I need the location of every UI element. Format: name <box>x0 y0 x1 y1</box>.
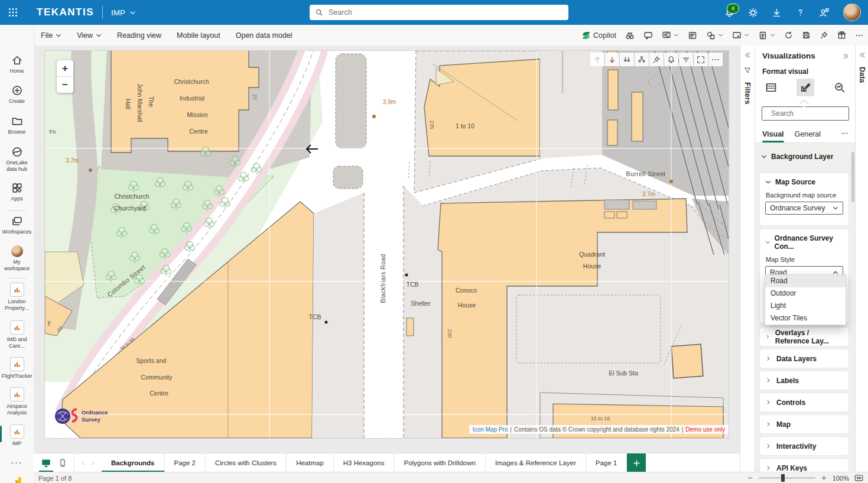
background-map-source-select[interactable]: Ordnance Survey <box>765 202 843 215</box>
ordnance-survey-config-section[interactable]: Ordnance Survey Con... <box>765 234 843 251</box>
mobile-layout-button[interactable]: Mobile layout <box>177 31 220 40</box>
focus-mode-button[interactable] <box>694 53 708 66</box>
format-tabs-more-button[interactable] <box>841 129 849 139</box>
zoom-slider[interactable] <box>759 478 815 478</box>
waffle-menu-button[interactable] <box>0 0 26 25</box>
drill-up-button[interactable] <box>590 53 604 66</box>
open-data-model-button[interactable]: Open data model <box>236 31 292 40</box>
download-button[interactable] <box>772 8 782 18</box>
save-button[interactable] <box>802 31 811 40</box>
dropdown-option-outdoor[interactable]: Outdoor <box>765 287 846 300</box>
file-menu[interactable]: File <box>41 31 61 40</box>
new-visual-button[interactable] <box>732 31 749 40</box>
page-tab-h3-hexagons[interactable]: H3 Hexagons <box>334 453 395 472</box>
map-zoom-in-button[interactable]: + <box>57 60 73 77</box>
data-pane-collapsed[interactable]: Data <box>855 46 868 472</box>
format-search-box[interactable] <box>762 106 849 121</box>
sidebar-item-create[interactable]: Create <box>0 85 34 105</box>
tab-general[interactable]: General <box>795 127 821 141</box>
mobile-view-button[interactable] <box>58 453 67 472</box>
sidebar-item-flighttracker[interactable]: FlightTracker <box>0 357 34 380</box>
page-tab-backgrounds[interactable]: Backgrounds <box>102 453 165 472</box>
sidebar-more-button[interactable]: ... <box>0 455 34 466</box>
zoom-in-icon[interactable] <box>821 475 827 481</box>
text-box-button[interactable] <box>688 31 697 40</box>
settings-button[interactable] <box>748 8 758 18</box>
page-tab-page-1[interactable]: Page 1 <box>586 453 627 472</box>
power-bi-home[interactable]: Power BI <box>0 476 34 483</box>
sidebar-item-imd-and-care[interactable]: IMD and Care... <box>0 320 34 349</box>
reading-view-button[interactable]: Reading view <box>117 31 161 40</box>
section-map[interactable]: Map <box>760 415 849 433</box>
collapse-pane-button[interactable] <box>843 53 850 60</box>
personalize-button[interactable] <box>662 31 679 40</box>
workspace-switcher[interactable]: IMP <box>111 8 136 17</box>
sidebar-item-workspaces[interactable]: Workspaces <box>0 215 34 235</box>
ribbon-more-button[interactable] <box>855 31 863 40</box>
background-layer-section[interactable]: Background Layer <box>761 153 833 161</box>
pane-scrollbar[interactable] <box>851 152 854 202</box>
fit-to-page-icon[interactable] <box>854 474 863 482</box>
pin-visual-button[interactable] <box>649 53 664 66</box>
user-avatar[interactable] <box>843 4 861 21</box>
whats-new-button[interactable] <box>837 31 846 40</box>
chevron-right-icon[interactable] <box>90 461 96 466</box>
zoom-slider-thumb[interactable] <box>781 474 785 482</box>
zoom-out-icon[interactable] <box>747 475 753 481</box>
analytics-tab[interactable] <box>831 79 849 96</box>
sidebar-item-airspace-analysis[interactable]: Airspace Analysis <box>0 387 34 416</box>
format-search-input[interactable] <box>770 109 864 118</box>
expand-pane-icon[interactable] <box>859 51 866 59</box>
refresh-button[interactable] <box>784 31 793 40</box>
notifications-button[interactable]: 4 <box>724 8 734 18</box>
set-alert-button[interactable] <box>664 53 678 66</box>
sidebar-item-home[interactable]: Home <box>0 54 34 74</box>
icon-map-pro-link[interactable]: Icon Map Pro <box>473 426 508 433</box>
page-tab-circles-with-clusters[interactable]: Circles with Clusters <box>206 453 287 472</box>
go-to-next-level-button[interactable] <box>620 53 634 66</box>
feedback-button[interactable] <box>819 7 830 18</box>
help-button[interactable] <box>795 8 805 18</box>
sidebar-item-browse[interactable]: Browse <box>0 115 34 135</box>
page-tab-page-2[interactable]: Page 2 <box>165 453 206 472</box>
section-overlays[interactable]: Overlays / Reference Lay... <box>760 328 849 346</box>
format-visual-tab[interactable] <box>797 79 814 96</box>
map-source-section[interactable]: Map Source <box>765 178 843 186</box>
visual-filters-button[interactable] <box>679 53 693 66</box>
search-input[interactable] <box>327 8 563 17</box>
filters-pane-collapsed[interactable]: Filters <box>740 46 755 472</box>
dropdown-option-road[interactable]: Road <box>765 275 846 287</box>
tab-visual[interactable]: Visual <box>762 127 784 141</box>
drill-down-button[interactable] <box>605 53 619 67</box>
dropdown-option-light[interactable]: Light <box>765 300 846 312</box>
sidebar-item-my-workspace[interactable]: My workspace <box>0 245 34 272</box>
page-tab-polygons-with-drilldown[interactable]: Polygons with Drilldown <box>394 453 485 472</box>
dropdown-option-vector-tiles[interactable]: Vector Tiles <box>765 312 846 325</box>
web-view-button[interactable] <box>41 453 51 472</box>
brand-logo-text[interactable]: TEKANTIS <box>37 7 94 18</box>
sidebar-item-london-property[interactable]: London Property... <box>0 283 34 312</box>
section-labels[interactable]: Labels <box>760 371 849 390</box>
expand-pane-icon[interactable] <box>744 51 751 59</box>
view-menu[interactable]: View <box>77 31 102 40</box>
icon-map-visual[interactable]: Christchurch Industrial Mission Centre T… <box>44 50 729 439</box>
section-interactivity[interactable]: Interactivity <box>760 437 849 455</box>
sidebar-item-onelake-data-hub[interactable]: OneLake data hub <box>0 146 34 173</box>
section-controls[interactable]: Controls <box>760 393 849 411</box>
expand-all-button[interactable] <box>635 53 649 66</box>
build-visual-tab[interactable] <box>762 79 780 96</box>
section-api-keys[interactable]: API Keys <box>760 459 849 472</box>
global-search-box[interactable] <box>310 5 568 20</box>
sidebar-item-apps[interactable]: Apps <box>0 182 34 202</box>
pin-button[interactable] <box>820 31 828 40</box>
section-data-layers[interactable]: Data Layers <box>760 349 849 368</box>
copilot-button[interactable]: Copilot <box>581 31 616 40</box>
shapes-button[interactable] <box>706 31 723 40</box>
map-zoom-out-button[interactable]: − <box>57 77 73 93</box>
page-tab-heatmap[interactable]: Heatmap <box>287 453 334 472</box>
visual-more-options-button[interactable] <box>708 53 723 66</box>
page-tab-images-reference-layer[interactable]: Images & Reference Layer <box>486 453 586 472</box>
comments-button[interactable] <box>643 31 653 40</box>
chevron-left-icon[interactable] <box>80 461 86 466</box>
add-page-button[interactable] <box>627 453 646 472</box>
